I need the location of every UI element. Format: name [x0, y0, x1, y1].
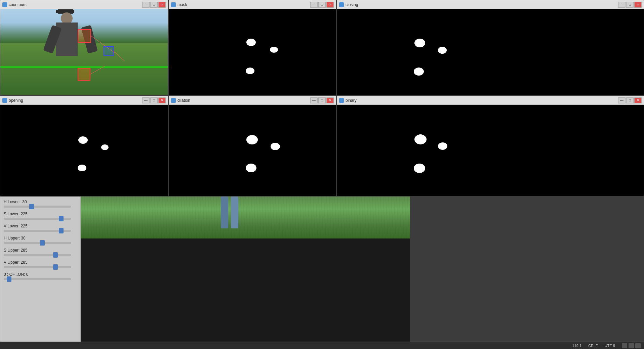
- binary-controls: — □ ✕: [618, 97, 642, 103]
- slider-track-0[interactable]: [4, 206, 71, 208]
- slider-track-6[interactable]: [4, 278, 71, 280]
- mask-maximize[interactable]: □: [318, 2, 326, 8]
- dilation-minimize[interactable]: —: [310, 97, 318, 103]
- slider-row-0: H Lower: -30: [4, 200, 77, 208]
- dilation-blob-1: [246, 135, 258, 144]
- dilation-titlebar[interactable]: dilation — □ ✕: [169, 96, 336, 105]
- dilation-blob-2: [271, 143, 280, 150]
- binary-blob-2: [438, 142, 447, 150]
- slider-row-1: S Lower: 225: [4, 212, 77, 220]
- controls-panel: H Lower: -30S Lower: 225V Lower: 225H Up…: [0, 197, 81, 349]
- slider-track-1[interactable]: [4, 218, 71, 220]
- blob-1: [246, 39, 256, 46]
- slider-row-6: 0 : OF...ON: 0: [4, 272, 77, 281]
- binary-window: binary — □ ✕: [337, 96, 644, 196]
- countours-close[interactable]: ✕: [158, 2, 166, 8]
- opening-maximize[interactable]: □: [150, 97, 158, 103]
- closing-title: closing: [346, 2, 618, 7]
- dilation-window: dilation — □ ✕: [169, 96, 336, 196]
- blob-2: [270, 47, 278, 53]
- binary-blob-3: [414, 164, 425, 173]
- mask-minimize[interactable]: —: [310, 2, 318, 8]
- closing-minimize[interactable]: —: [618, 2, 626, 8]
- slider-label-4: S Upper: 285: [4, 248, 77, 253]
- countours-title: countours: [9, 2, 142, 7]
- slider-track-4[interactable]: [4, 254, 71, 256]
- slider-track-2[interactable]: [4, 230, 71, 232]
- closing-titlebar[interactable]: closing — □ ✕: [337, 0, 644, 9]
- leg-right: [231, 197, 238, 228]
- slider-thumb-3[interactable]: [40, 240, 45, 246]
- mask-titlebar[interactable]: mask — □ ✕: [169, 0, 336, 9]
- opening-window: opening — □ ✕: [0, 96, 168, 196]
- countours-controls: — □ ✕: [142, 2, 166, 8]
- dilation-close[interactable]: ✕: [326, 97, 334, 103]
- slider-row-4: S Upper: 285: [4, 248, 77, 257]
- closing-maximize[interactable]: □: [626, 2, 634, 8]
- slider-track-5[interactable]: [4, 266, 71, 268]
- dilation-controls: — □ ✕: [310, 97, 334, 103]
- mask-content: [169, 9, 336, 95]
- opening-controls: — □ ✕: [142, 97, 166, 103]
- closing-icon: [339, 2, 344, 7]
- detection-box-1: [78, 29, 91, 43]
- opening-minimize[interactable]: —: [142, 97, 150, 103]
- mask-icon: [171, 2, 176, 7]
- closing-blob-2: [438, 47, 447, 54]
- closing-blob-3: [414, 68, 424, 76]
- binary-title: binary: [346, 98, 618, 103]
- countours-content: [0, 9, 168, 95]
- binary-titlebar[interactable]: binary — □ ✕: [337, 96, 644, 105]
- opening-blob-3: [78, 165, 86, 171]
- dilation-maximize[interactable]: □: [318, 97, 326, 103]
- closing-window: closing — □ ✕: [337, 0, 644, 95]
- countours-minimize[interactable]: —: [142, 2, 150, 8]
- mask-close[interactable]: ✕: [326, 2, 334, 8]
- closing-controls: — □ ✕: [618, 2, 642, 8]
- closing-close[interactable]: ✕: [634, 2, 642, 8]
- slider-thumb-2[interactable]: [59, 228, 64, 233]
- dilation-icon: [171, 98, 176, 103]
- bottom-dark-area: [81, 238, 410, 349]
- countours-maximize[interactable]: □: [150, 2, 158, 8]
- slider-thumb-4[interactable]: [53, 252, 58, 258]
- status-encoding: UTF-8: [605, 344, 615, 348]
- slider-label-1: S Lower: 225: [4, 212, 77, 216]
- slider-row-3: H Upper: 30: [4, 236, 77, 245]
- slider-thumb-5[interactable]: [53, 264, 58, 270]
- slider-thumb-6[interactable]: [7, 276, 11, 282]
- binary-icon: [339, 98, 344, 103]
- slider-thumb-1[interactable]: [59, 216, 64, 221]
- slider-label-5: V Upper: 285: [4, 260, 77, 265]
- slider-track-3[interactable]: [4, 242, 71, 244]
- mask-controls: — □ ✕: [310, 2, 334, 8]
- opening-title: opening: [9, 98, 142, 103]
- status-line-ending: CRLF: [588, 344, 598, 348]
- status-icon-3: [635, 343, 641, 348]
- countours-titlebar[interactable]: countours — □ ✕: [0, 0, 168, 9]
- binary-close[interactable]: ✕: [634, 97, 642, 103]
- detection-box-2: [104, 46, 114, 56]
- opening-close[interactable]: ✕: [158, 97, 166, 103]
- slider-label-2: V Lower: 225: [4, 224, 77, 228]
- slider-thumb-0[interactable]: [29, 204, 34, 209]
- slider-label-0: H Lower: -30: [4, 200, 77, 204]
- binary-minimize[interactable]: —: [618, 97, 626, 103]
- slider-row-2: V Lower: 225: [4, 224, 77, 232]
- countours-window: countours — □ ✕: [0, 0, 168, 95]
- bottom-grass-image: [81, 197, 410, 238]
- slider-label-3: H Upper: 30: [4, 236, 77, 241]
- bottom-right-panel: [411, 197, 644, 349]
- dilation-content: [169, 105, 336, 196]
- leg-left: [221, 197, 228, 228]
- opening-blob-1: [78, 136, 88, 144]
- mask-title: mask: [177, 2, 310, 7]
- opening-titlebar[interactable]: opening — □ ✕: [0, 96, 168, 105]
- status-icons: [622, 343, 641, 348]
- binary-content: [337, 105, 644, 196]
- binary-blob-1: [414, 134, 427, 144]
- binary-maximize[interactable]: □: [626, 97, 634, 103]
- opening-icon: [2, 98, 7, 103]
- statusbar: 119:1 CRLF UTF-8: [0, 342, 644, 349]
- status-icon-2: [629, 343, 634, 348]
